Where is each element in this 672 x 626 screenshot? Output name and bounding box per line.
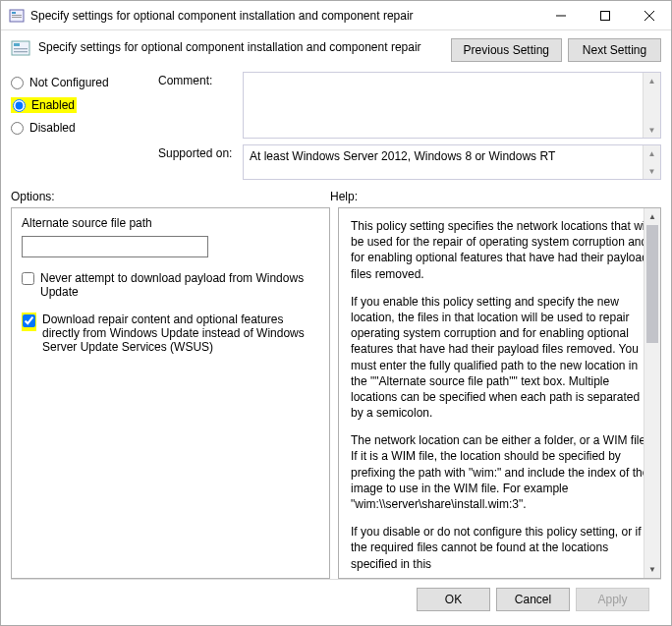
scroll-track[interactable] (644, 225, 660, 561)
window-title: Specify settings for optional component … (30, 9, 538, 23)
checkbox-never-download[interactable]: Never attempt to download payload from W… (22, 271, 319, 299)
titlebar: Specify settings for optional component … (1, 1, 671, 30)
radio-disabled[interactable]: Disabled (11, 121, 148, 135)
help-p1: This policy setting specifies the networ… (351, 218, 650, 282)
supported-on-label: Supported on: (158, 144, 237, 160)
comment-textarea[interactable]: ▲ ▼ (243, 72, 661, 139)
svg-rect-10 (14, 48, 28, 49)
svg-rect-1 (12, 12, 16, 14)
dialog-footer: OK Cancel Apply (11, 579, 661, 619)
close-button[interactable] (627, 1, 671, 29)
help-p2: If you enable this policy setting and sp… (351, 294, 650, 422)
help-text: This policy setting specifies the networ… (339, 208, 660, 578)
radio-disabled-input[interactable] (11, 122, 24, 135)
options-label: Options: (11, 190, 330, 203)
radio-not-configured-input[interactable] (11, 77, 24, 89)
radio-disabled-label: Disabled (29, 121, 76, 135)
scroll-up-icon[interactable]: ▲ (644, 73, 660, 88)
radio-enabled-label: Enabled (31, 98, 75, 112)
app-icon (9, 8, 25, 24)
help-p3: The network location can be either a fol… (351, 432, 650, 512)
help-label: Help: (330, 190, 358, 203)
checkbox-wsus-bypass-input[interactable] (23, 314, 35, 327)
options-panel: Alternate source file path Never attempt… (11, 207, 330, 579)
maximize-button[interactable] (583, 1, 627, 29)
checkbox-never-download-label: Never attempt to download payload from W… (40, 271, 319, 299)
svg-rect-2 (12, 15, 22, 16)
svg-rect-3 (12, 17, 22, 18)
help-scrollbar[interactable]: ▲ ▼ (644, 208, 660, 578)
minimize-button[interactable] (538, 1, 583, 29)
cancel-button[interactable]: Cancel (496, 588, 570, 611)
scroll-up-icon[interactable]: ▲ (644, 208, 660, 225)
next-setting-button[interactable]: Next Setting (568, 38, 661, 62)
alt-path-label: Alternate source file path (22, 216, 319, 230)
apply-button: Apply (576, 588, 649, 611)
radio-not-configured[interactable]: Not Configured (11, 76, 148, 89)
checkbox-wsus-bypass[interactable]: Download repair content and optional fea… (22, 313, 319, 354)
svg-rect-5 (600, 11, 609, 20)
scroll-thumb[interactable] (646, 225, 658, 343)
comment-label: Comment: (158, 72, 237, 87)
alt-path-input[interactable] (22, 236, 208, 257)
checkbox-never-download-input[interactable] (22, 272, 34, 285)
scroll-down-icon[interactable]: ▼ (644, 561, 660, 578)
comment-scrollbar[interactable]: ▲ ▼ (643, 73, 660, 138)
radio-not-configured-label: Not Configured (29, 76, 109, 89)
supported-scrollbar: ▲ ▼ (643, 145, 660, 179)
scroll-down-icon: ▼ (644, 163, 660, 179)
radio-enabled-input[interactable] (13, 99, 26, 112)
help-panel: This policy setting specifies the networ… (338, 207, 661, 579)
supported-on-box: At least Windows Server 2012, Windows 8 … (243, 144, 661, 180)
svg-rect-9 (14, 43, 20, 46)
radio-enabled[interactable]: Enabled (11, 97, 148, 113)
previous-setting-button[interactable]: Previous Setting (451, 38, 562, 62)
scroll-down-icon[interactable]: ▼ (644, 122, 660, 138)
svg-rect-11 (14, 51, 28, 52)
scroll-up-icon: ▲ (644, 145, 660, 161)
policy-title: Specify settings for optional component … (38, 38, 443, 54)
policy-icon (11, 38, 30, 58)
help-p4: If you disable or do not configure this … (351, 524, 650, 572)
ok-button[interactable]: OK (417, 588, 490, 611)
checkbox-wsus-bypass-label: Download repair content and optional fea… (42, 313, 319, 354)
comment-value[interactable] (244, 73, 643, 138)
supported-on-value: At least Windows Server 2012, Windows 8 … (244, 145, 643, 179)
